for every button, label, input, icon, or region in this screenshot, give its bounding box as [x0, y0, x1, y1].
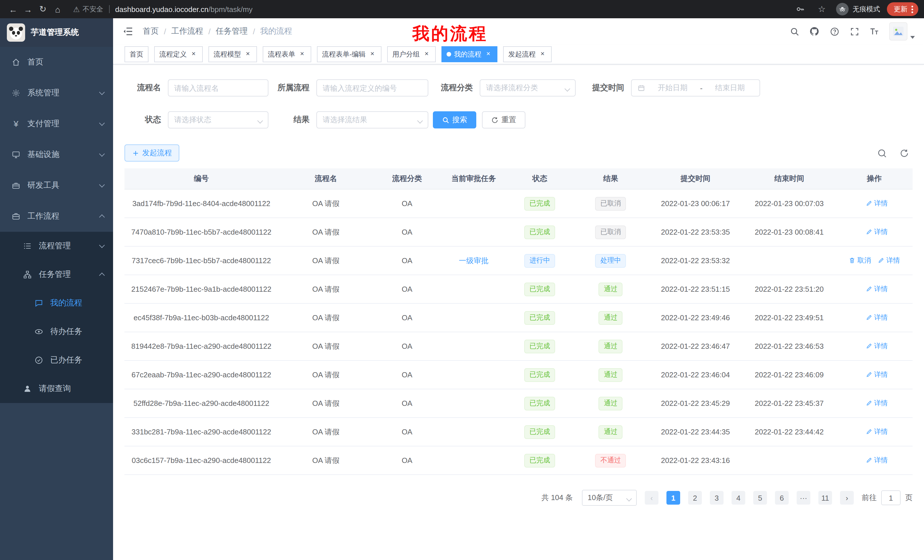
column-header: 流程名: [278, 168, 374, 189]
sidebar-item-devtools[interactable]: 研发工具: [0, 170, 113, 201]
process-id: 03c6c157-7b9a-11ec-a290-acde48001122: [124, 446, 278, 475]
close-icon[interactable]: ×: [484, 50, 492, 58]
search-button[interactable]: 搜索: [433, 111, 476, 129]
update-button[interactable]: 更新: [887, 2, 918, 16]
close-icon[interactable]: ×: [368, 50, 376, 58]
status-select[interactable]: 请选择状态: [168, 111, 268, 129]
detail-link[interactable]: 详情: [878, 256, 900, 265]
breadcrumb-item[interactable]: 首页: [143, 26, 159, 36]
tab-process-definition[interactable]: 流程定义×: [154, 46, 203, 62]
toolbar-search-icon[interactable]: [877, 148, 887, 158]
process-id: 7470a810-7b9b-11ec-b5b7-acde48001122: [124, 218, 278, 246]
tab-home[interactable]: 首页: [124, 46, 148, 62]
submit-time: 2022-01-22 23:46:04: [648, 361, 742, 389]
process-definition-input[interactable]: [322, 84, 422, 92]
page-button-active[interactable]: 1: [666, 491, 680, 505]
bookmark-star-icon[interactable]: ☆: [814, 2, 829, 16]
sidebar-item-todo-tasks[interactable]: 待办任务: [0, 317, 113, 346]
page-button[interactable]: 5: [753, 491, 767, 505]
submit-time-range-picker[interactable]: 开始日期 - 结束日期: [631, 79, 760, 96]
sidebar-fold-icon[interactable]: [122, 26, 134, 37]
detail-link[interactable]: 详情: [866, 313, 888, 322]
result-select[interactable]: 请选择流结果: [316, 111, 428, 129]
sidebar-item-payment[interactable]: ¥ 支付管理: [0, 108, 113, 139]
detail-link[interactable]: 详情: [866, 370, 888, 380]
sidebar-item-leave-query[interactable]: 请假查询: [0, 374, 113, 403]
security-indicator[interactable]: ⚠ 不安全: [73, 4, 103, 14]
github-icon[interactable]: [809, 26, 819, 36]
browser-home-button[interactable]: ⌂: [50, 2, 65, 16]
close-icon[interactable]: ×: [538, 50, 546, 58]
active-dot: [447, 52, 451, 57]
reset-button[interactable]: 重置: [482, 111, 525, 129]
toolbar-refresh-icon[interactable]: [900, 148, 909, 158]
tab-process-form[interactable]: 流程表单×: [263, 46, 311, 62]
sidebar-item-infrastructure[interactable]: 基础设施: [0, 139, 113, 170]
detail-link[interactable]: 详情: [866, 284, 888, 294]
detail-link[interactable]: 详情: [866, 455, 888, 465]
tab-label: 流程表单: [268, 49, 295, 59]
detail-link[interactable]: 详情: [866, 341, 888, 351]
page-size-select[interactable]: 10条/页: [582, 490, 637, 506]
cancel-link[interactable]: 取消: [849, 256, 871, 265]
sidebar-item-system[interactable]: 系统管理: [0, 78, 113, 108]
process-name-input[interactable]: [174, 84, 262, 92]
sidebar-item-my-processes[interactable]: 我的流程: [0, 289, 113, 317]
address-bar[interactable]: ⚠ 不安全 dashboard.yudao.iocoder.cn/bpm/tas…: [73, 4, 793, 14]
page-button[interactable]: 11: [818, 491, 832, 505]
breadcrumb-item[interactable]: 任务管理: [216, 26, 248, 36]
current-task-link[interactable]: 一级审批: [459, 256, 489, 266]
reload-button[interactable]: ↻: [35, 2, 50, 16]
current-task-cell: [441, 361, 507, 389]
gear-icon: [11, 88, 21, 97]
sidebar-item-task-management[interactable]: 任务管理: [0, 260, 113, 289]
page-button[interactable]: 2: [688, 491, 702, 505]
process-id: 331bc281-7b9a-11ec-a290-acde48001122: [124, 418, 278, 446]
back-button[interactable]: ←: [6, 2, 21, 16]
goto-page-input[interactable]: [881, 490, 901, 505]
fullscreen-icon[interactable]: [849, 26, 860, 36]
prev-page-button[interactable]: ‹: [645, 491, 658, 505]
avatar[interactable]: [889, 22, 908, 40]
user-menu[interactable]: [889, 22, 915, 40]
tab-process-form-edit[interactable]: 流程表单-编辑×: [317, 46, 381, 62]
forward-button[interactable]: →: [21, 2, 35, 16]
detail-link[interactable]: 详情: [866, 199, 888, 208]
breadcrumb-item[interactable]: 工作流程: [171, 26, 203, 36]
page-ellipsis: ···: [796, 491, 810, 505]
process-definition-label: 所属流程: [268, 83, 316, 93]
page-button[interactable]: 4: [732, 491, 745, 505]
sidebar-item-home[interactable]: 首页: [0, 47, 113, 78]
column-header: 当前审批任务: [441, 168, 507, 189]
next-page-button[interactable]: ›: [840, 491, 854, 505]
sidebar-item-process-management[interactable]: 流程管理: [0, 232, 113, 260]
process-name: OA 请假: [278, 418, 374, 446]
close-icon[interactable]: ×: [244, 50, 252, 58]
help-icon[interactable]: [829, 26, 840, 36]
tab-process-model[interactable]: 流程模型×: [208, 46, 257, 62]
column-header: 编号: [124, 168, 278, 189]
chat-icon: [34, 298, 44, 308]
page-button[interactable]: 3: [710, 491, 723, 505]
search-icon[interactable]: [789, 26, 800, 36]
close-icon[interactable]: ×: [423, 50, 430, 58]
status-tag: 已完成: [524, 339, 555, 353]
detail-link[interactable]: 详情: [866, 427, 888, 437]
key-icon[interactable]: [793, 2, 807, 16]
result-cell: 处理中: [573, 246, 648, 275]
tab-my-processes[interactable]: 我的流程×: [441, 46, 497, 62]
tab-user-group[interactable]: 用户分组×: [387, 46, 436, 62]
breadcrumb: 首页 / 工作流程 / 任务管理 / 我的流程: [143, 26, 292, 36]
detail-link[interactable]: 详情: [866, 227, 888, 237]
sidebar-item-done-tasks[interactable]: 已办任务: [0, 346, 113, 374]
close-icon[interactable]: ×: [190, 50, 198, 58]
start-process-button[interactable]: 发起流程: [124, 144, 179, 162]
tab-start-process[interactable]: 发起流程×: [503, 46, 552, 62]
sidebar-item-workflow[interactable]: 工作流程: [0, 201, 113, 232]
page-button[interactable]: 6: [775, 491, 789, 505]
detail-link[interactable]: 详情: [866, 398, 888, 408]
font-size-icon[interactable]: [869, 26, 879, 36]
close-icon[interactable]: ×: [298, 50, 306, 58]
category-select[interactable]: 请选择流程分类: [480, 79, 576, 96]
table-toolbar: 发起流程: [124, 144, 913, 162]
